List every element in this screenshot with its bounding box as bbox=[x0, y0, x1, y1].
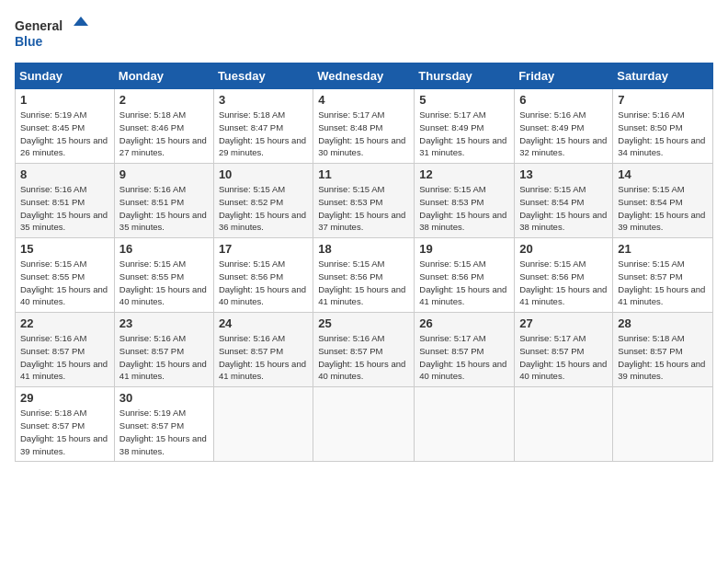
day-number: 7 bbox=[618, 93, 708, 107]
col-header-saturday: Saturday bbox=[613, 63, 713, 89]
day-cell: 12Sunrise: 5:15 AMSunset: 8:53 PMDayligh… bbox=[415, 164, 515, 238]
day-cell: 2Sunrise: 5:18 AMSunset: 8:46 PMDaylight… bbox=[114, 89, 213, 164]
day-number: 15 bbox=[20, 242, 109, 256]
day-info: Sunrise: 5:15 AMSunset: 8:57 PMDaylight:… bbox=[618, 258, 708, 308]
day-cell: 13Sunrise: 5:15 AMSunset: 8:54 PMDayligh… bbox=[515, 164, 613, 238]
day-number: 20 bbox=[519, 242, 608, 256]
col-header-friday: Friday bbox=[515, 63, 613, 89]
day-cell: 4Sunrise: 5:17 AMSunset: 8:48 PMDaylight… bbox=[313, 89, 415, 164]
week-row-4: 22Sunrise: 5:16 AMSunset: 8:57 PMDayligh… bbox=[16, 313, 713, 387]
day-info: Sunrise: 5:18 AMSunset: 8:47 PMDaylight:… bbox=[219, 109, 308, 159]
day-info: Sunrise: 5:18 AMSunset: 8:57 PMDaylight:… bbox=[20, 407, 109, 457]
day-number: 14 bbox=[618, 167, 708, 181]
day-cell bbox=[213, 387, 313, 462]
day-number: 16 bbox=[119, 242, 209, 256]
svg-text:Blue: Blue bbox=[15, 34, 43, 49]
day-number: 4 bbox=[318, 93, 409, 107]
col-header-tuesday: Tuesday bbox=[213, 63, 313, 89]
day-cell: 22Sunrise: 5:16 AMSunset: 8:57 PMDayligh… bbox=[16, 313, 115, 387]
calendar-table: SundayMondayTuesdayWednesdayThursdayFrid… bbox=[15, 63, 713, 462]
day-number: 22 bbox=[20, 316, 109, 330]
day-cell: 24Sunrise: 5:16 AMSunset: 8:57 PMDayligh… bbox=[213, 313, 313, 387]
day-number: 6 bbox=[519, 93, 608, 107]
day-info: Sunrise: 5:18 AMSunset: 8:46 PMDaylight:… bbox=[119, 109, 209, 159]
day-cell: 19Sunrise: 5:15 AMSunset: 8:56 PMDayligh… bbox=[415, 238, 515, 313]
day-cell: 15Sunrise: 5:15 AMSunset: 8:55 PMDayligh… bbox=[16, 238, 115, 313]
day-info: Sunrise: 5:16 AMSunset: 8:57 PMDaylight:… bbox=[318, 332, 409, 383]
day-cell: 21Sunrise: 5:15 AMSunset: 8:57 PMDayligh… bbox=[613, 238, 713, 313]
day-number: 26 bbox=[419, 316, 509, 330]
day-info: Sunrise: 5:15 AMSunset: 8:55 PMDaylight:… bbox=[20, 258, 109, 308]
day-cell: 8Sunrise: 5:16 AMSunset: 8:51 PMDaylight… bbox=[16, 164, 115, 238]
day-number: 30 bbox=[119, 391, 209, 405]
day-cell: 18Sunrise: 5:15 AMSunset: 8:56 PMDayligh… bbox=[313, 238, 415, 313]
day-cell bbox=[515, 387, 613, 462]
day-number: 17 bbox=[219, 242, 308, 256]
col-header-monday: Monday bbox=[114, 63, 213, 89]
day-cell bbox=[415, 387, 515, 462]
day-number: 12 bbox=[419, 167, 509, 181]
svg-text:General: General bbox=[15, 18, 63, 33]
day-cell: 28Sunrise: 5:18 AMSunset: 8:57 PMDayligh… bbox=[613, 313, 713, 387]
week-row-1: 1Sunrise: 5:19 AMSunset: 8:45 PMDaylight… bbox=[16, 89, 713, 164]
day-cell: 10Sunrise: 5:15 AMSunset: 8:52 PMDayligh… bbox=[213, 164, 313, 238]
day-cell: 29Sunrise: 5:18 AMSunset: 8:57 PMDayligh… bbox=[16, 387, 115, 462]
day-cell: 25Sunrise: 5:16 AMSunset: 8:57 PMDayligh… bbox=[313, 313, 415, 387]
day-cell: 26Sunrise: 5:17 AMSunset: 8:57 PMDayligh… bbox=[415, 313, 515, 387]
day-number: 1 bbox=[20, 93, 109, 107]
col-header-sunday: Sunday bbox=[16, 63, 115, 89]
week-row-2: 8Sunrise: 5:16 AMSunset: 8:51 PMDaylight… bbox=[16, 164, 713, 238]
day-info: Sunrise: 5:16 AMSunset: 8:51 PMDaylight:… bbox=[119, 183, 209, 234]
day-info: Sunrise: 5:16 AMSunset: 8:57 PMDaylight:… bbox=[20, 332, 109, 383]
day-number: 19 bbox=[419, 242, 509, 256]
day-info: Sunrise: 5:15 AMSunset: 8:56 PMDaylight:… bbox=[419, 258, 509, 308]
day-number: 21 bbox=[618, 242, 708, 256]
day-info: Sunrise: 5:15 AMSunset: 8:53 PMDaylight:… bbox=[419, 183, 509, 234]
day-info: Sunrise: 5:16 AMSunset: 8:57 PMDaylight:… bbox=[119, 332, 209, 383]
day-cell: 27Sunrise: 5:17 AMSunset: 8:57 PMDayligh… bbox=[515, 313, 613, 387]
day-number: 24 bbox=[219, 316, 308, 330]
day-cell: 11Sunrise: 5:15 AMSunset: 8:53 PMDayligh… bbox=[313, 164, 415, 238]
week-row-5: 29Sunrise: 5:18 AMSunset: 8:57 PMDayligh… bbox=[16, 387, 713, 462]
day-info: Sunrise: 5:15 AMSunset: 8:56 PMDaylight:… bbox=[219, 258, 308, 308]
day-cell: 16Sunrise: 5:15 AMSunset: 8:55 PMDayligh… bbox=[114, 238, 213, 313]
day-cell: 20Sunrise: 5:15 AMSunset: 8:56 PMDayligh… bbox=[515, 238, 613, 313]
day-info: Sunrise: 5:15 AMSunset: 8:54 PMDaylight:… bbox=[618, 183, 708, 234]
col-header-wednesday: Wednesday bbox=[313, 63, 415, 89]
day-cell: 30Sunrise: 5:19 AMSunset: 8:57 PMDayligh… bbox=[114, 387, 213, 462]
day-number: 23 bbox=[119, 316, 209, 330]
day-info: Sunrise: 5:15 AMSunset: 8:55 PMDaylight:… bbox=[119, 258, 209, 308]
day-number: 25 bbox=[318, 316, 409, 330]
day-info: Sunrise: 5:18 AMSunset: 8:57 PMDaylight:… bbox=[618, 332, 708, 383]
day-cell bbox=[613, 387, 713, 462]
day-info: Sunrise: 5:15 AMSunset: 8:56 PMDaylight:… bbox=[519, 258, 608, 308]
day-number: 29 bbox=[20, 391, 109, 405]
logo: General Blue bbox=[15, 15, 88, 52]
day-info: Sunrise: 5:15 AMSunset: 8:52 PMDaylight:… bbox=[219, 183, 308, 234]
day-cell: 3Sunrise: 5:18 AMSunset: 8:47 PMDaylight… bbox=[213, 89, 313, 164]
day-cell: 6Sunrise: 5:16 AMSunset: 8:49 PMDaylight… bbox=[515, 89, 613, 164]
day-cell bbox=[313, 387, 415, 462]
day-number: 28 bbox=[618, 316, 708, 330]
day-info: Sunrise: 5:15 AMSunset: 8:53 PMDaylight:… bbox=[318, 183, 409, 234]
day-number: 2 bbox=[119, 93, 209, 107]
day-number: 9 bbox=[119, 167, 209, 181]
svg-marker-2 bbox=[74, 17, 88, 26]
week-row-3: 15Sunrise: 5:15 AMSunset: 8:55 PMDayligh… bbox=[16, 238, 713, 313]
day-cell: 7Sunrise: 5:16 AMSunset: 8:50 PMDaylight… bbox=[613, 89, 713, 164]
day-info: Sunrise: 5:16 AMSunset: 8:50 PMDaylight:… bbox=[618, 109, 708, 159]
day-number: 8 bbox=[20, 167, 109, 181]
day-number: 5 bbox=[419, 93, 509, 107]
logo-icon: General Blue bbox=[15, 15, 88, 52]
day-cell: 1Sunrise: 5:19 AMSunset: 8:45 PMDaylight… bbox=[16, 89, 115, 164]
day-info: Sunrise: 5:15 AMSunset: 8:56 PMDaylight:… bbox=[318, 258, 409, 308]
day-number: 27 bbox=[519, 316, 608, 330]
day-cell: 23Sunrise: 5:16 AMSunset: 8:57 PMDayligh… bbox=[114, 313, 213, 387]
col-header-thursday: Thursday bbox=[415, 63, 515, 89]
page-header: General Blue bbox=[15, 15, 713, 52]
day-info: Sunrise: 5:16 AMSunset: 8:51 PMDaylight:… bbox=[20, 183, 109, 234]
day-cell: 14Sunrise: 5:15 AMSunset: 8:54 PMDayligh… bbox=[613, 164, 713, 238]
day-cell: 17Sunrise: 5:15 AMSunset: 8:56 PMDayligh… bbox=[213, 238, 313, 313]
day-info: Sunrise: 5:16 AMSunset: 8:57 PMDaylight:… bbox=[219, 332, 308, 383]
day-cell: 9Sunrise: 5:16 AMSunset: 8:51 PMDaylight… bbox=[114, 164, 213, 238]
